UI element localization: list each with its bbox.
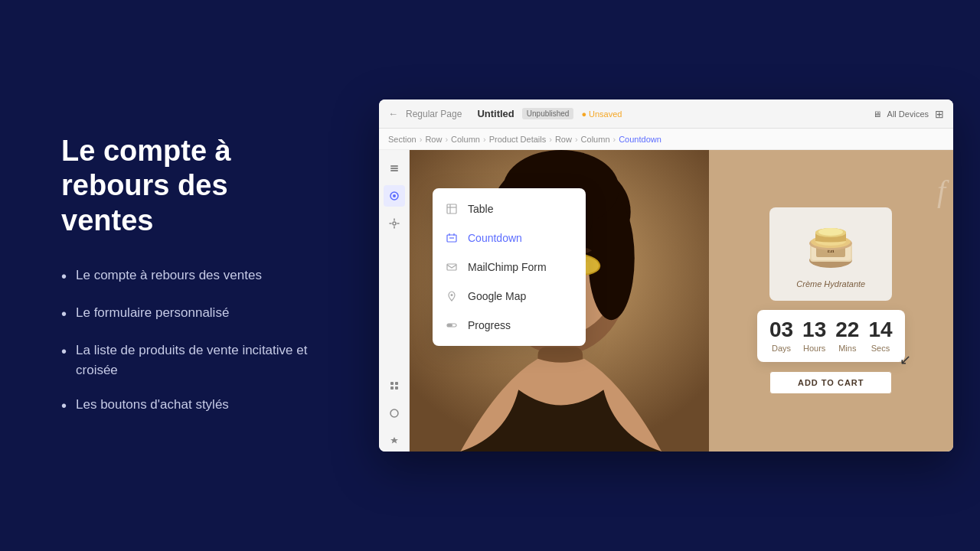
breadcrumb-arrow-1: › [420,135,423,144]
svg-rect-41 [447,264,456,270]
countdown-days: 03 Days [769,319,793,353]
sidebar-icons [379,150,410,452]
breadcrumb-countdown: Countdown [619,135,662,144]
menu-item-countdown[interactable]: Countdown [433,223,586,253]
sidebar-icon-layers[interactable] [384,158,405,179]
menu-label-table: Table [468,203,493,215]
svg-rect-0 [390,165,398,167]
bullet-item-1: Le compte à rebours des ventes [61,266,322,288]
countdown-hours: 13 Hours [802,319,826,353]
add-to-cart-button[interactable]: ADD TO CART [769,371,892,394]
menu-item-mailchimp[interactable]: MailChimp Form [433,253,586,282]
svg-rect-8 [390,386,394,390]
svg-rect-34 [447,204,456,214]
sidebar-icon-bottom-3[interactable] [384,430,405,452]
unpublished-badge: Unpublished [522,108,574,119]
bullet-list: Le compte à rebours des ventes Le formul… [61,266,322,417]
countdown-widget: 03 Days 13 Hours 22 Mins [757,310,905,362]
breadcrumb-arrow-5: › [575,135,578,144]
days-label: Days [772,344,791,353]
page-title: Untitled [477,108,514,119]
breadcrumb-row-2: Row [555,135,572,144]
mailchimp-icon [445,260,459,274]
menu-label-countdown: Countdown [468,232,522,244]
product-card: EH [769,207,892,301]
days-number: 03 [769,319,793,341]
mins-label: Mins [838,344,856,353]
back-arrow[interactable]: ← [388,108,398,119]
secs-number: 14 [868,319,892,341]
main-title: Le compte à rebours des ventes [61,134,322,239]
breadcrumb-column-1: Column [451,135,480,144]
menu-label-progress: Progress [468,319,511,331]
breadcrumb-column-2: Column [581,135,610,144]
regular-page-label: Regular Page [406,109,462,119]
browser-window: ← Regular Page Untitled Unpublished ● Un… [379,99,953,452]
countdown-icon [445,231,459,245]
topbar-right: 🖥 All Devices ⊞ [873,108,944,120]
menu-item-table[interactable]: Table [433,194,586,223]
monitor-icon: 🖥 [873,109,881,119]
widget-dropdown-menu: Table Countdown [433,188,586,346]
svg-rect-44 [447,324,452,327]
sidebar-icon-widgets[interactable] [384,185,405,207]
breadcrumb-product-details: Product Details [489,135,547,144]
hours-label: Hours [803,344,825,353]
cursor-icon: ↙ [900,351,911,368]
breadcrumb-arrow-4: › [549,135,552,144]
countdown-secs: 14 Secs [868,319,892,353]
svg-rect-6 [390,382,394,385]
breadcrumb-row-1: Row [425,135,442,144]
left-panel: Le compte à rebours des ventes Le compte… [0,88,368,464]
breadcrumb-arrow-6: › [613,135,616,144]
svg-point-5 [393,222,396,225]
svg-rect-7 [395,382,398,385]
breadcrumb-section: Section [388,135,416,144]
builder-body: f EH [379,150,953,452]
svg-point-10 [390,409,398,417]
cursive-decoration: f [937,173,946,209]
right-panel: ← Regular Page Untitled Unpublished ● Un… [368,0,980,551]
sidebar-icon-bottom-1[interactable] [384,375,405,396]
breadcrumb-bar: Section › Row › Column › Product Details… [379,129,953,150]
menu-label-mailchimp: MailChimp Form [468,261,547,273]
breadcrumb-arrow-3: › [483,135,486,144]
mins-number: 22 [835,319,859,341]
svg-point-42 [451,294,453,296]
menu-label-googlemap: Google Map [468,290,526,302]
svg-rect-1 [390,168,398,169]
countdown-mins: 22 Mins [835,319,859,353]
product-name-label: Crème Hydratante [796,279,865,289]
cream-jar-svg: EH [802,222,860,272]
bullet-item-4: Les boutons d'achat stylés [61,395,322,417]
menu-item-googlemap[interactable]: Google Map [433,282,586,311]
svg-point-33 [818,228,843,236]
canvas-area: f EH [410,150,953,452]
sidebar-icon-settings[interactable] [384,213,405,234]
all-devices-label: All Devices [887,109,929,119]
progress-icon [445,318,459,332]
browser-topbar: ← Regular Page Untitled Unpublished ● Un… [379,99,953,129]
table-icon [445,202,459,216]
map-icon [445,289,459,303]
svg-rect-9 [395,386,398,390]
unsaved-badge: ● Unsaved [581,109,622,119]
sidebar-icon-bottom-2[interactable] [384,403,405,424]
svg-rect-2 [390,170,398,171]
breadcrumb-arrow-2: › [445,135,448,144]
menu-item-progress[interactable]: Progress [433,311,586,340]
cream-jar: EH [800,220,861,273]
grid-icon: ⊞ [935,108,944,120]
bullet-item-3: La liste de produits de vente incitative… [61,341,322,380]
product-sidebar: f EH [709,150,954,452]
svg-point-4 [393,194,396,197]
hours-number: 13 [802,319,826,341]
bullet-item-2: Le formulaire personnalisé [61,303,322,325]
secs-label: Secs [871,344,890,353]
